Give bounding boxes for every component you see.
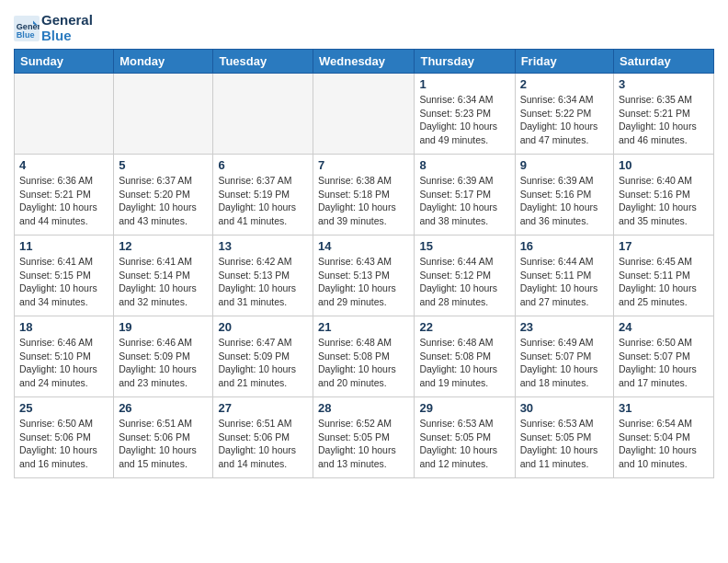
calendar-cell: 27Sunrise: 6:51 AM Sunset: 5:06 PM Dayli… (213, 397, 313, 478)
calendar-cell: 10Sunrise: 6:40 AM Sunset: 5:16 PM Dayli… (614, 155, 714, 236)
day-info: Sunrise: 6:48 AM Sunset: 5:08 PM Dayligh… (419, 336, 509, 390)
day-info: Sunrise: 6:51 AM Sunset: 5:06 PM Dayligh… (119, 417, 208, 471)
day-info: Sunrise: 6:39 AM Sunset: 5:17 PM Dayligh… (419, 174, 509, 228)
calendar-cell: 4Sunrise: 6:36 AM Sunset: 5:21 PM Daylig… (15, 155, 114, 236)
day-number: 15 (419, 239, 509, 253)
calendar-cell: 30Sunrise: 6:53 AM Sunset: 5:05 PM Dayli… (515, 397, 613, 478)
calendar-cell: 5Sunrise: 6:37 AM Sunset: 5:20 PM Daylig… (114, 155, 213, 236)
calendar-cell: 25Sunrise: 6:50 AM Sunset: 5:06 PM Dayli… (15, 397, 114, 478)
day-number: 4 (19, 158, 108, 172)
day-number: 3 (619, 77, 709, 91)
calendar-cell: 20Sunrise: 6:47 AM Sunset: 5:09 PM Dayli… (213, 316, 313, 397)
calendar-cell: 23Sunrise: 6:49 AM Sunset: 5:07 PM Dayli… (515, 316, 613, 397)
day-info: Sunrise: 6:38 AM Sunset: 5:18 PM Dayligh… (318, 174, 409, 228)
day-number: 21 (318, 320, 409, 334)
day-info: Sunrise: 6:35 AM Sunset: 5:21 PM Dayligh… (619, 93, 709, 147)
calendar-cell: 15Sunrise: 6:44 AM Sunset: 5:12 PM Dayli… (415, 236, 515, 316)
day-number: 7 (318, 158, 409, 172)
calendar-cell: 31Sunrise: 6:54 AM Sunset: 5:04 PM Dayli… (614, 397, 714, 478)
calendar-cell (313, 74, 415, 155)
calendar-cell: 26Sunrise: 6:51 AM Sunset: 5:06 PM Dayli… (114, 397, 213, 478)
day-info: Sunrise: 6:51 AM Sunset: 5:06 PM Dayligh… (218, 417, 308, 471)
logo-icon: General Blue (14, 16, 40, 41)
day-info: Sunrise: 6:41 AM Sunset: 5:14 PM Dayligh… (119, 255, 208, 309)
calendar-header-thursday: Thursday (415, 50, 515, 74)
calendar-week-row-3: 11Sunrise: 6:41 AM Sunset: 5:15 PM Dayli… (15, 236, 714, 316)
day-number: 10 (619, 158, 709, 172)
day-info: Sunrise: 6:44 AM Sunset: 5:12 PM Dayligh… (419, 255, 509, 309)
day-number: 1 (419, 77, 509, 91)
day-info: Sunrise: 6:49 AM Sunset: 5:07 PM Dayligh… (520, 336, 609, 390)
header: General Blue General Blue (14, 9, 714, 43)
calendar-cell: 1Sunrise: 6:34 AM Sunset: 5:23 PM Daylig… (415, 74, 515, 155)
day-number: 20 (218, 320, 308, 334)
calendar-cell (15, 74, 114, 155)
day-number: 19 (119, 320, 208, 334)
calendar-cell: 29Sunrise: 6:53 AM Sunset: 5:05 PM Dayli… (415, 397, 515, 478)
calendar-cell: 13Sunrise: 6:42 AM Sunset: 5:13 PM Dayli… (213, 236, 313, 316)
calendar-week-row-2: 4Sunrise: 6:36 AM Sunset: 5:21 PM Daylig… (15, 155, 714, 236)
day-number: 31 (619, 401, 709, 415)
calendar-cell: 18Sunrise: 6:46 AM Sunset: 5:10 PM Dayli… (15, 316, 114, 397)
day-number: 26 (119, 401, 208, 415)
day-number: 11 (19, 239, 108, 253)
day-number: 28 (318, 401, 409, 415)
day-info: Sunrise: 6:37 AM Sunset: 5:20 PM Dayligh… (119, 174, 208, 228)
calendar-header-friday: Friday (515, 50, 613, 74)
day-number: 2 (520, 77, 609, 91)
day-info: Sunrise: 6:34 AM Sunset: 5:23 PM Dayligh… (419, 93, 509, 147)
day-number: 16 (520, 239, 609, 253)
calendar-header-row: SundayMondayTuesdayWednesdayThursdayFrid… (15, 50, 714, 74)
day-info: Sunrise: 6:41 AM Sunset: 5:15 PM Dayligh… (19, 255, 108, 309)
calendar-week-row-4: 18Sunrise: 6:46 AM Sunset: 5:10 PM Dayli… (15, 316, 714, 397)
calendar-cell: 19Sunrise: 6:46 AM Sunset: 5:09 PM Dayli… (114, 316, 213, 397)
calendar-cell: 6Sunrise: 6:37 AM Sunset: 5:19 PM Daylig… (213, 155, 313, 236)
calendar-week-row-1: 1Sunrise: 6:34 AM Sunset: 5:23 PM Daylig… (15, 74, 714, 155)
calendar-cell: 22Sunrise: 6:48 AM Sunset: 5:08 PM Dayli… (415, 316, 515, 397)
day-info: Sunrise: 6:54 AM Sunset: 5:04 PM Dayligh… (619, 417, 709, 471)
day-number: 13 (218, 239, 308, 253)
calendar-cell (213, 74, 313, 155)
day-number: 27 (218, 401, 308, 415)
day-number: 17 (619, 239, 709, 253)
day-number: 8 (419, 158, 509, 172)
day-number: 14 (318, 239, 409, 253)
day-info: Sunrise: 6:45 AM Sunset: 5:11 PM Dayligh… (619, 255, 709, 309)
calendar-header-monday: Monday (114, 50, 213, 74)
day-info: Sunrise: 6:44 AM Sunset: 5:11 PM Dayligh… (520, 255, 609, 309)
day-number: 30 (520, 401, 609, 415)
calendar-header-saturday: Saturday (614, 50, 714, 74)
day-number: 9 (520, 158, 609, 172)
svg-text:Blue: Blue (17, 29, 35, 39)
calendar-header-wednesday: Wednesday (313, 50, 415, 74)
day-info: Sunrise: 6:47 AM Sunset: 5:09 PM Dayligh… (218, 336, 308, 390)
day-info: Sunrise: 6:43 AM Sunset: 5:13 PM Dayligh… (318, 255, 409, 309)
calendar-header-tuesday: Tuesday (213, 50, 313, 74)
day-info: Sunrise: 6:50 AM Sunset: 5:07 PM Dayligh… (619, 336, 709, 390)
day-info: Sunrise: 6:39 AM Sunset: 5:16 PM Dayligh… (520, 174, 609, 228)
day-info: Sunrise: 6:37 AM Sunset: 5:19 PM Dayligh… (218, 174, 308, 228)
calendar-header-sunday: Sunday (15, 50, 114, 74)
calendar-cell (114, 74, 213, 155)
day-info: Sunrise: 6:53 AM Sunset: 5:05 PM Dayligh… (520, 417, 609, 471)
logo-text-general: General (41, 13, 93, 29)
day-info: Sunrise: 6:40 AM Sunset: 5:16 PM Dayligh… (619, 174, 709, 228)
day-number: 12 (119, 239, 208, 253)
calendar-cell: 16Sunrise: 6:44 AM Sunset: 5:11 PM Dayli… (515, 236, 613, 316)
calendar-cell: 11Sunrise: 6:41 AM Sunset: 5:15 PM Dayli… (15, 236, 114, 316)
calendar-cell: 21Sunrise: 6:48 AM Sunset: 5:08 PM Dayli… (313, 316, 415, 397)
calendar-table: SundayMondayTuesdayWednesdayThursdayFrid… (14, 49, 714, 478)
calendar-cell: 7Sunrise: 6:38 AM Sunset: 5:18 PM Daylig… (313, 155, 415, 236)
logo: General Blue General Blue (14, 13, 93, 43)
day-info: Sunrise: 6:36 AM Sunset: 5:21 PM Dayligh… (19, 174, 108, 228)
day-number: 29 (419, 401, 509, 415)
day-info: Sunrise: 6:34 AM Sunset: 5:22 PM Dayligh… (520, 93, 609, 147)
day-number: 5 (119, 158, 208, 172)
day-info: Sunrise: 6:46 AM Sunset: 5:09 PM Dayligh… (119, 336, 208, 390)
day-number: 24 (619, 320, 709, 334)
page: General Blue General Blue SundayMondayTu… (0, 0, 728, 492)
calendar-cell: 2Sunrise: 6:34 AM Sunset: 5:22 PM Daylig… (515, 74, 613, 155)
logo-text-blue: Blue (41, 29, 93, 44)
day-info: Sunrise: 6:42 AM Sunset: 5:13 PM Dayligh… (218, 255, 308, 309)
day-info: Sunrise: 6:46 AM Sunset: 5:10 PM Dayligh… (19, 336, 108, 390)
